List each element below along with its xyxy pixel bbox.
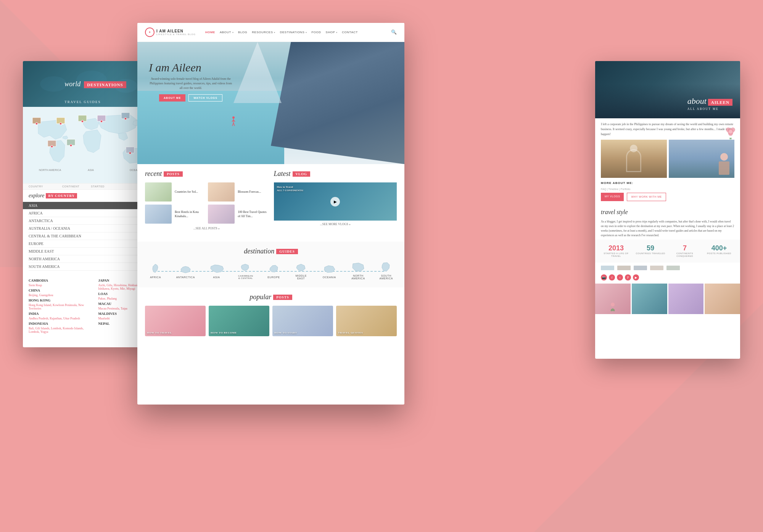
recent-vlog-section: recent POSTS Countries for Sol... Blosso… [137, 164, 404, 242]
continent-icon-europe[interactable]: EUROPE [267, 263, 280, 279]
popular-card-start[interactable]: HOW TO START [272, 306, 333, 336]
play-button[interactable]: ▶ [330, 197, 340, 206]
middle-east-label: MIDDLEEAST [295, 274, 306, 280]
about-badge-container: about AILEEN ALL ABOUT ME [687, 96, 732, 111]
travel-style-script: travel style [601, 209, 628, 216]
continent-icon-oceania[interactable]: OCEANIA [322, 263, 337, 279]
dest-guides-title: destination GUIDES [145, 247, 397, 255]
why-work-btn[interactable]: WHY WORK WITH ME [627, 193, 666, 201]
popular-card-travel[interactable]: HOW TO TRAVEL [145, 306, 206, 336]
twitter-icon[interactable]: t [617, 274, 623, 281]
destinations-badge: DESTINATIONS [84, 81, 126, 88]
continent-icon-north-america[interactable]: NORTHAMERICA [351, 262, 365, 280]
popular-label-4: TRAVEL QUOTES [338, 331, 395, 334]
country-india-sub: Andhra Pradesh, Rajasthan, Uttar Pradesh [29, 317, 93, 320]
press-logo-3 [634, 266, 647, 270]
country-china-sub: Beijing, Guangzhou [29, 293, 93, 297]
europe-label: EUROPE [267, 276, 280, 279]
posts-badge: POSTS [164, 171, 183, 177]
main-nav: ✦ i AM AiLEEN LIFESTYLE & TRAVEL BLOG HO… [137, 23, 404, 42]
logo-name: i AM AiLEEN [156, 29, 196, 33]
watch-vlogs-button[interactable]: WATCH VLOGS [188, 94, 222, 102]
popular-card-quotes[interactable]: TRAVEL QUOTES [336, 306, 397, 336]
continent-icon-caribbean[interactable]: CARIBBEAN& CENTRAL [238, 262, 253, 279]
continents-row: AFRICA ANTARCTICA ASIA [145, 260, 397, 282]
svg-point-38 [611, 303, 615, 306]
popular-label-1: HOW TO TRAVEL [147, 331, 204, 334]
stat-posts-label: POSTS PUBLISHED [704, 252, 734, 255]
hero-buttons: ABOUT ME WATCH VLOGS [149, 94, 233, 102]
about-me-button[interactable]: ABOUT ME [159, 94, 185, 102]
about-script: about [687, 96, 707, 106]
continent-icon-south-america[interactable]: SOUTHAMERICA [380, 262, 393, 280]
post-card-3: Best Hotels in Kota Kinabalu... [145, 205, 205, 224]
country-indonesia: INDONESIA [29, 322, 93, 326]
africa-label: AFRICA [150, 276, 161, 279]
svg-line-31 [232, 123, 233, 126]
country-hk-sub: Hong Kong Island, Kowloon Peninsula, New… [29, 303, 93, 310]
hero-rocks [271, 42, 404, 164]
post-thumb-1 [145, 182, 172, 202]
press-logo-1 [601, 266, 614, 270]
stat-posts-num: 400+ [704, 244, 734, 252]
post-title-1: Countries for Sol... [175, 190, 198, 194]
post-title-4: 100 Best Travel Quotes of All Tim... [238, 210, 268, 218]
press-logo-4 [650, 266, 663, 270]
nav-food[interactable]: FOOD [311, 31, 321, 34]
press-logo-2 [617, 266, 631, 270]
svg-point-27 [232, 116, 235, 119]
see-all-posts[interactable]: ...SEE ALL POSTS » [145, 227, 268, 230]
nav-contact[interactable]: CONTACT [342, 31, 358, 34]
country-filter-label: COUNTRY [29, 185, 43, 188]
continent-icon-asia[interactable]: ASIA [209, 263, 224, 279]
stat-year: 2013 [601, 244, 631, 252]
continent-icon-africa[interactable]: AFRICA [149, 263, 162, 279]
vlog-thumbnail[interactable]: How to TravelALL 7 CONTINENTS! ▶ [274, 182, 397, 221]
caribbean-label: CARIBBEAN& CENTRAL [238, 275, 253, 279]
post-thumb-3 [145, 205, 172, 224]
recent-script: recent [145, 170, 162, 178]
nav-about[interactable]: ABOUT ▾ [220, 31, 233, 34]
facebook-icon[interactable]: f [609, 274, 615, 281]
country-list-left: CAMBODIA Siem Reap CHINA Beijing, Guangz… [29, 279, 93, 334]
country-cambodia: CAMBODIA [29, 279, 93, 282]
continent-icon-middle-east[interactable]: MIDDLEEAST [295, 262, 308, 280]
by-country-badge: BY COUNTRY [46, 193, 77, 198]
stat-continents-num: 7 [670, 244, 700, 252]
country-hk: HONG KONG [29, 298, 93, 302]
about-body-text: I left a corporate job in the Philippine… [601, 122, 734, 137]
nav-home[interactable]: HOME [205, 31, 215, 34]
popular-card-become[interactable]: HOW TO BECOME [209, 306, 269, 336]
my-vlogs-btn[interactable]: MY VLOGS [601, 193, 624, 201]
youtube-icon[interactable]: ▶ [633, 274, 639, 281]
nav-shop[interactable]: SHOP ▾ [326, 31, 338, 34]
pinterest-icon[interactable]: P [625, 274, 631, 281]
about-photo-grid [601, 140, 734, 178]
site-logo[interactable]: ✦ i AM AiLEEN LIFESTYLE & TRAVEL BLOG [145, 27, 196, 37]
svg-text:NORTH AMERICA: NORTH AMERICA [39, 169, 61, 171]
travel-style-section: travel style [595, 207, 740, 218]
destination-script: destination [244, 247, 274, 255]
rose-decoration [723, 124, 738, 141]
svg-point-21 [51, 145, 53, 148]
stat-year-label: STARTED A LIFE OF TRAVEL [601, 252, 631, 258]
screenshot-main: ✦ i AM AiLEEN LIFESTYLE & TRAVEL BLOG HO… [137, 23, 404, 405]
about-header: about AILEEN ALL ABOUT ME [595, 61, 740, 118]
search-icon[interactable]: 🔍 [391, 29, 397, 35]
oceania-label: OCEANIA [323, 276, 336, 279]
hero-description: Award-winning solo female travel blog of… [149, 77, 233, 90]
nav-destinations[interactable]: DESTINATIONS ▾ [280, 31, 307, 34]
nav-blog[interactable]: BLOG [238, 31, 247, 34]
guides-badge: GUIDES [276, 249, 298, 254]
bottom-photo-2 [632, 284, 667, 314]
screenshots-container: world DESTINATIONS TRAVEL GUIDES [23, 23, 740, 509]
nav-resources[interactable]: RESOURCES ▾ [252, 31, 275, 34]
all-about-me: ALL ABOUT ME [687, 107, 732, 111]
see-more-vlogs[interactable]: ...SEE MORE VLOGS » [274, 222, 397, 226]
continent-icon-antarctica[interactable]: ANTARCTICA [176, 263, 195, 279]
instagram-icon[interactable]: 📷 [601, 274, 607, 281]
popular-posts-section: popular POSTS HOW TO TRAVEL HOW TO BECOM… [137, 287, 404, 342]
popular-script: popular [250, 293, 271, 301]
post-title-2: Blossom Forecas... [238, 190, 261, 194]
post-title-3: Best Hotels in Kota Kinabalu... [175, 210, 205, 218]
